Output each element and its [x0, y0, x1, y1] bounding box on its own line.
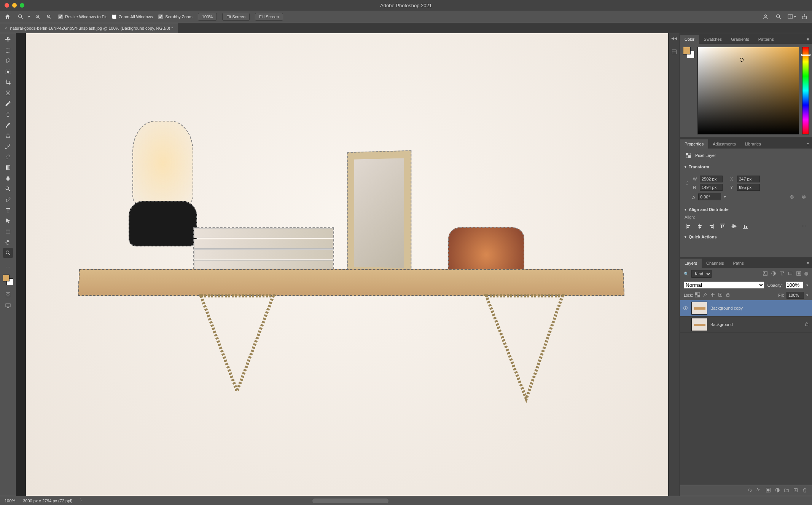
move-tool[interactable] — [3, 35, 13, 45]
hand-tool[interactable] — [3, 237, 13, 247]
cloud-docs-icon[interactable] — [762, 13, 769, 21]
tab-libraries[interactable]: Libraries — [740, 139, 766, 149]
angle-dropdown-icon[interactable]: ▾ — [724, 195, 726, 199]
blur-tool[interactable] — [3, 173, 13, 183]
fill-input[interactable] — [787, 292, 804, 299]
clone-stamp-tool[interactable] — [3, 131, 13, 141]
layer-thumbnail[interactable] — [691, 302, 707, 315]
document-tab[interactable]: × natural-goods-berlin-L6NP4ZGnpSY-unspl… — [0, 23, 178, 33]
fit-screen-button[interactable]: Fit Screen — [222, 13, 250, 21]
y-input[interactable] — [737, 184, 760, 191]
filter-kind-select[interactable]: Kind — [691, 270, 712, 278]
lock-pixels-icon[interactable] — [703, 292, 708, 298]
close-window-button[interactable] — [5, 3, 9, 8]
fill-screen-button[interactable]: Fill Screen — [255, 13, 283, 21]
status-zoom[interactable]: 100% — [5, 499, 15, 503]
height-input[interactable] — [700, 184, 723, 191]
collapsed-panel-icon[interactable] — [670, 48, 678, 56]
tab-adjustments[interactable]: Adjustments — [708, 139, 740, 149]
status-doc-info[interactable]: 3000 px x 2794 px (72 ppi) — [23, 499, 72, 503]
filter-pixel-icon[interactable] — [763, 271, 769, 277]
filter-adjustment-icon[interactable] — [771, 271, 777, 277]
close-tab-icon[interactable]: × — [5, 26, 7, 30]
angle-input[interactable] — [698, 193, 721, 200]
dropdown-arrow-icon[interactable]: ▾ — [28, 15, 30, 19]
tab-swatches[interactable]: Swatches — [699, 35, 726, 44]
filter-smart-icon[interactable] — [796, 271, 802, 277]
adjustment-layer-icon[interactable] — [775, 487, 781, 494]
zoom-all-input[interactable] — [112, 14, 116, 19]
more-options-icon[interactable]: ⋯ — [800, 222, 807, 230]
resize-windows-input[interactable] — [58, 14, 63, 19]
zoom-icon[interactable] — [17, 13, 24, 21]
tab-properties[interactable]: Properties — [680, 139, 708, 149]
zoom-all-checkbox[interactable]: Zoom All Windows — [112, 14, 153, 19]
zoom-in-button[interactable] — [34, 13, 41, 21]
width-input[interactable] — [700, 176, 723, 182]
object-selection-tool[interactable] — [3, 67, 13, 77]
visibility-icon[interactable] — [683, 305, 688, 311]
gradient-tool[interactable] — [3, 163, 13, 173]
opacity-input[interactable] — [786, 281, 803, 289]
layer-name[interactable]: Background copy — [710, 306, 743, 310]
type-tool[interactable] — [3, 205, 13, 215]
healing-brush-tool[interactable] — [3, 109, 13, 119]
delete-layer-icon[interactable] — [802, 487, 808, 494]
tab-channels[interactable]: Channels — [702, 259, 728, 268]
status-expand-icon[interactable]: 〉 — [80, 498, 84, 503]
screen-mode-button[interactable] — [3, 300, 13, 310]
lasso-tool[interactable] — [3, 56, 13, 66]
filter-type-icon[interactable] — [779, 271, 785, 277]
layer-name[interactable]: Background — [710, 322, 733, 327]
layer-style-icon[interactable]: fx — [756, 487, 763, 494]
scrubby-zoom-checkbox[interactable]: Scrubby Zoom — [158, 14, 193, 19]
lock-all-icon[interactable] — [726, 292, 731, 298]
align-bottom-icon[interactable] — [742, 222, 749, 230]
new-layer-icon[interactable] — [793, 487, 799, 494]
x-input[interactable] — [737, 176, 760, 182]
panel-menu-icon[interactable]: ≡ — [804, 259, 812, 268]
color-indicator[interactable] — [740, 58, 744, 62]
workspace-switcher-icon[interactable]: ▾ — [788, 13, 795, 21]
align-section-header[interactable]: ▾Align and Distribute — [680, 205, 812, 214]
zoom-tool[interactable] — [3, 248, 13, 258]
quick-actions-header[interactable]: ▾Quick Actions — [680, 232, 812, 241]
layer-row[interactable]: Background copy — [680, 300, 812, 316]
link-layers-icon[interactable] — [747, 487, 753, 494]
flip-vertical-icon[interactable] — [800, 193, 807, 201]
align-left-icon[interactable] — [685, 222, 692, 230]
zoom-out-button[interactable] — [45, 13, 53, 21]
link-dimensions-icon[interactable] — [685, 179, 690, 188]
tab-paths[interactable]: Paths — [729, 259, 748, 268]
frame-tool[interactable] — [3, 88, 13, 98]
align-right-icon[interactable] — [707, 222, 715, 230]
scrubby-zoom-input[interactable] — [158, 14, 163, 19]
fill-dropdown-icon[interactable]: ▾ — [806, 293, 808, 297]
hue-slider-handle[interactable] — [801, 54, 810, 56]
pen-tool[interactable] — [3, 195, 13, 205]
tab-gradients[interactable]: Gradients — [726, 35, 754, 44]
history-brush-tool[interactable] — [3, 141, 13, 151]
search-icon[interactable] — [775, 13, 782, 21]
layer-row[interactable]: Background — [680, 316, 812, 333]
lock-position-icon[interactable] — [710, 292, 716, 298]
crop-tool[interactable] — [3, 77, 13, 87]
resize-windows-checkbox[interactable]: Resize Windows to Fit — [58, 14, 107, 19]
eraser-tool[interactable] — [3, 152, 13, 162]
color-swatches[interactable] — [3, 275, 13, 285]
foreground-color-swatch[interactable] — [3, 275, 10, 281]
zoom-100-button[interactable]: 100% — [198, 13, 217, 21]
lock-artboard-icon[interactable] — [718, 292, 723, 298]
tab-layers[interactable]: Layers — [680, 259, 702, 268]
dodge-tool[interactable] — [3, 184, 13, 194]
horizontal-scrollbar[interactable] — [312, 499, 388, 503]
fg-swatch[interactable] — [683, 47, 691, 54]
filter-shape-icon[interactable] — [788, 271, 794, 277]
tab-patterns[interactable]: Patterns — [754, 35, 779, 44]
search-icon[interactable]: 🔍 — [684, 272, 689, 276]
color-spectrum[interactable] — [697, 47, 799, 134]
opacity-dropdown-icon[interactable]: ▾ — [806, 283, 808, 287]
tab-color[interactable]: Color — [680, 35, 699, 44]
home-button[interactable] — [4, 13, 11, 21]
align-center-h-icon[interactable] — [696, 222, 704, 230]
